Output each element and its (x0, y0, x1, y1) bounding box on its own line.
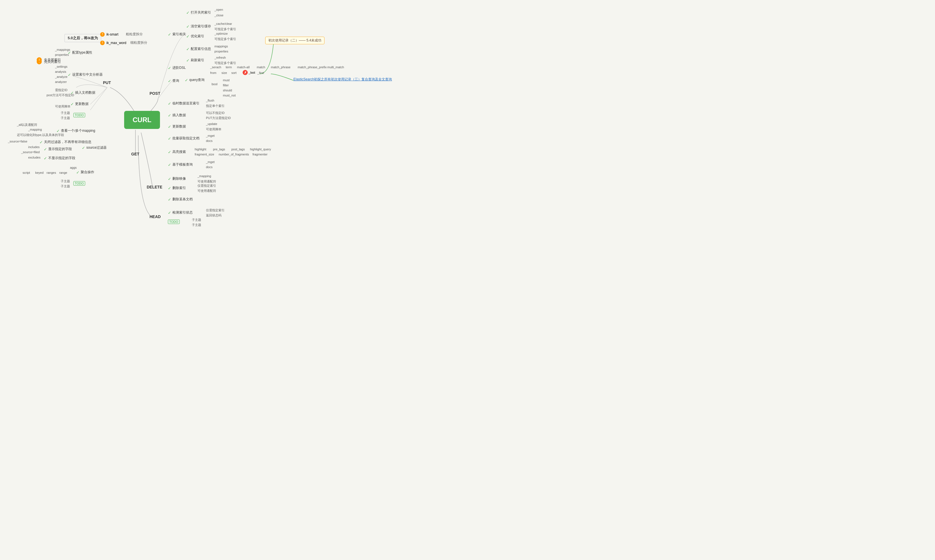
put-set-analyzer: ✓ 设置索引中文分析器 (68, 72, 103, 77)
head-subtopic2: 子主题 (192, 223, 201, 227)
post-docs: docs (206, 139, 212, 143)
get-ranges: ranges (46, 171, 56, 174)
dsl-match-phrase: match_phrase (271, 65, 291, 69)
post-optimize: _optimize (214, 32, 228, 35)
head-only-index: 仅需指定索引 (206, 208, 225, 212)
post-mget2: _mget (206, 160, 215, 164)
put-analysis: analysis (55, 70, 66, 73)
post-config-index: ✓ 配置索引信息 (186, 46, 211, 51)
post-multiple-index3: 可指定多个索引 (214, 61, 236, 65)
get-source-false: _source=false (8, 140, 28, 143)
post-fragment-size: fragment_size (195, 152, 214, 156)
post-highlight: ✓ 高亮搜索 (168, 149, 186, 154)
post-temp-data: ✓ 临时数据送至索引 (168, 101, 200, 106)
get-source-filed: _source=filed (21, 150, 40, 154)
post-use-script: 可使用脚本 (206, 127, 221, 131)
put-subtopic2: 子主题 (61, 116, 70, 120)
put-subtopic1: 子主题 (61, 111, 70, 115)
post-refresh-index: ✓ 刷新索引 (186, 58, 204, 63)
post-properties: properties (214, 50, 228, 53)
put-update-data: ✓ 更新数据 (71, 102, 89, 106)
get-source-filter: ✓ source过滤器 (82, 145, 107, 150)
post-update: _update (206, 122, 217, 126)
get-subtopic1: 子主题 (61, 179, 70, 183)
post-fragmenter: fragmenter (252, 152, 268, 156)
get-filter-type: 还可以细化到type,以及具体的字段 (17, 133, 64, 137)
get-excludes: excludes (28, 156, 40, 159)
get-script: script (23, 171, 30, 174)
post-update-data: ✓ 更新数据 (168, 124, 186, 129)
head-subtopic1: 子主题 (192, 218, 201, 222)
method-head: HEAD (149, 214, 161, 219)
bool-filter: filter (223, 83, 229, 87)
dsl-match-all: match-all (237, 65, 250, 69)
bool-must-not: must_not (223, 94, 235, 97)
put-analyze: _analyze (55, 75, 68, 78)
put-todo: TODO (73, 113, 85, 117)
bool-must: must (223, 78, 230, 82)
post-post-tags: post_tags (231, 148, 245, 151)
post-insert-data: ✓ 插入数据 (168, 113, 186, 118)
dsl-match-phrase-prefix: match_phrase_prefix (298, 65, 327, 69)
post-optimize-index: ✓ 优化索引 (186, 34, 204, 38)
put-post-noid: post方法可不指定ID (46, 93, 74, 97)
put-properties: properties (55, 53, 69, 57)
post-num-fragments: number_of_fragments (218, 152, 249, 156)
get-range: range (59, 171, 67, 174)
post-batch-get: ✓ 批量获取指定文档 (168, 136, 200, 141)
method-get: GET (131, 152, 139, 156)
link-elasticsearch[interactable]: ElasticSearch初探之所有初次使用记录（三）复合查询及全文查询 (294, 77, 392, 82)
put-config-type: ✓ 配置type属性 (68, 50, 92, 55)
put-ik-smart: ! ik-smart 粗粒度拆分 (100, 32, 143, 37)
put-ik-max-word: ! ik_max_word 细粒度拆分 (100, 40, 147, 45)
get-keyed: keyed (35, 171, 43, 174)
get-includes: includes (28, 145, 40, 149)
dsl-term: term (226, 65, 232, 69)
post-put-need-id: PUT方法需指定ID (206, 116, 231, 120)
put-analyzer: analyzer (55, 80, 67, 83)
method-delete: DELETE (147, 185, 162, 189)
delete-only-index: 仅需指定索引 (197, 184, 216, 188)
delete-wildcard2: 可使用通配符 (197, 189, 216, 193)
post-refresh: _refresh (214, 56, 226, 59)
query-size: size (221, 71, 227, 74)
get-view-mapping: ✓ 查看一个/多个mapping (57, 128, 95, 133)
delete-mapping-leaf: _mapping (197, 174, 211, 178)
post-template-query: ✓ 基于模板查询 (168, 162, 193, 167)
put-use-script: 可使用脚本 (55, 105, 71, 109)
get-close-index: ! 先关闭索引 (37, 57, 61, 62)
get-aggregate: ✓ 聚合操作 (76, 170, 94, 175)
method-put: PUT (103, 80, 111, 85)
post-highlight-leaf: highlight (195, 148, 206, 151)
query-sort: sort (231, 71, 237, 74)
note-top: 初次使用记录（二）—— 5.4未成功 (265, 37, 324, 44)
head-return-code: 返回状态码 (206, 213, 221, 217)
post-index-related: ✓ 索引相关 (168, 32, 186, 37)
get-aggs: aggs (70, 166, 77, 169)
post-clear-cache: ✓ 清空索引缓存 (186, 24, 211, 29)
post-can-noid: 可以不指定ID (206, 111, 225, 115)
post-mappings: mappings (214, 45, 228, 48)
dsl-match: match (257, 65, 265, 69)
dsl-search: _serach (210, 65, 221, 69)
head-check-status: ✓ 检测索引状态 (168, 210, 193, 215)
get-hide-field: ✓ 不显示指定的字段 (44, 156, 75, 160)
post-flush: _flush (206, 99, 214, 102)
get-todo: TODO (73, 181, 85, 186)
post-cache-clear: _cache/clear (214, 22, 232, 25)
get-show-field: ✓ 显示指定的字段 (44, 147, 72, 151)
dsl-multi-match: multi_match (327, 65, 344, 69)
get-mapping: _mapping (28, 128, 42, 131)
query-first: _first (257, 71, 264, 74)
put-settings: _settings (55, 65, 68, 68)
query-bool: bool (212, 82, 218, 86)
method-post: POST (149, 91, 160, 95)
post-query: ✓ 查询 (168, 78, 179, 83)
put-insert-doc: ✓ 插入文档数据 (71, 90, 95, 95)
post-highlight-query: highlight_query (250, 148, 271, 151)
post-open: _open (214, 8, 223, 11)
get-subtopic2: 子主题 (61, 184, 70, 188)
post-multiple-index2: 可指定多个索引 (214, 37, 236, 41)
post-pre-tags: pre_tags (213, 148, 225, 151)
post-advanced-dsl: ✓ 进阶DSL (168, 65, 186, 70)
